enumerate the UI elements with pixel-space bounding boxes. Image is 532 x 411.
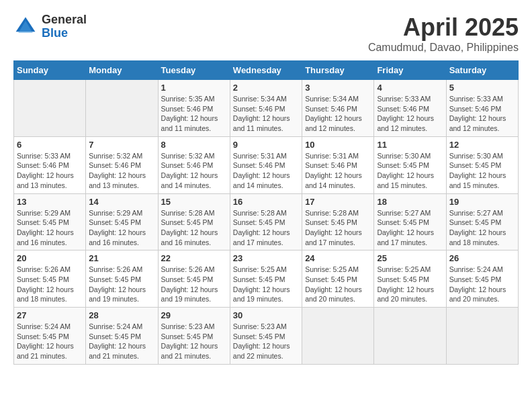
calendar-cell: 12Sunrise: 5:30 AMSunset: 5:45 PMDayligh…: [446, 136, 518, 193]
calendar-cell: 7Sunrise: 5:32 AMSunset: 5:46 PMDaylight…: [86, 136, 158, 193]
calendar-cell: [14, 80, 86, 137]
day-number: 11: [377, 140, 443, 150]
weekday-header-friday: Friday: [374, 61, 446, 80]
calendar-cell: 26Sunrise: 5:24 AMSunset: 5:45 PMDayligh…: [446, 250, 518, 308]
day-number: 24: [305, 253, 371, 263]
calendar-cell: 25Sunrise: 5:25 AMSunset: 5:45 PMDayligh…: [374, 250, 446, 308]
day-info: Sunrise: 5:33 AMSunset: 5:46 PMDaylight:…: [449, 94, 515, 134]
day-number: 9: [233, 140, 299, 150]
day-info: Sunrise: 5:25 AMSunset: 5:45 PMDaylight:…: [233, 265, 299, 304]
calendar-cell: 28Sunrise: 5:24 AMSunset: 5:45 PMDayligh…: [86, 308, 158, 365]
day-info: Sunrise: 5:34 AMSunset: 5:46 PMDaylight:…: [305, 94, 371, 134]
day-number: 4: [377, 83, 443, 93]
header: General Blue April 2025 Camudmud, Davao,…: [13, 13, 519, 54]
logo-general-text: General: [42, 13, 87, 27]
day-info: Sunrise: 5:31 AMSunset: 5:46 PMDaylight:…: [233, 151, 299, 191]
weekday-header-row: SundayMondayTuesdayWednesdayThursdayFrid…: [14, 61, 519, 80]
week-row-5: 27Sunrise: 5:24 AMSunset: 5:45 PMDayligh…: [14, 308, 519, 365]
weekday-header-wednesday: Wednesday: [230, 61, 302, 80]
calendar-cell: 21Sunrise: 5:26 AMSunset: 5:45 PMDayligh…: [86, 250, 158, 308]
calendar-cell: 30Sunrise: 5:23 AMSunset: 5:45 PMDayligh…: [230, 308, 302, 365]
calendar: SundayMondayTuesdayWednesdayThursdayFrid…: [13, 60, 519, 365]
day-number: 2: [233, 83, 299, 93]
logo-text: General Blue: [42, 13, 87, 40]
location-title: Camudmud, Davao, Philippines: [368, 42, 519, 54]
month-title: April 2025: [368, 13, 519, 42]
logo-icon: [13, 15, 38, 39]
day-info: Sunrise: 5:26 AMSunset: 5:45 PMDaylight:…: [161, 265, 227, 304]
calendar-cell: 17Sunrise: 5:28 AMSunset: 5:45 PMDayligh…: [302, 193, 374, 250]
day-number: 27: [17, 310, 83, 320]
calendar-cell: 13Sunrise: 5:29 AMSunset: 5:45 PMDayligh…: [14, 193, 86, 250]
logo-blue-text: Blue: [42, 27, 87, 40]
weekday-header-sunday: Sunday: [14, 61, 86, 80]
day-info: Sunrise: 5:30 AMSunset: 5:45 PMDaylight:…: [449, 151, 515, 191]
calendar-cell: 6Sunrise: 5:33 AMSunset: 5:46 PMDaylight…: [14, 136, 86, 193]
week-row-3: 13Sunrise: 5:29 AMSunset: 5:45 PMDayligh…: [14, 193, 519, 250]
day-info: Sunrise: 5:24 AMSunset: 5:45 PMDaylight:…: [449, 265, 515, 304]
calendar-cell: 24Sunrise: 5:25 AMSunset: 5:45 PMDayligh…: [302, 250, 374, 308]
day-info: Sunrise: 5:35 AMSunset: 5:46 PMDaylight:…: [161, 94, 227, 134]
calendar-cell: 2Sunrise: 5:34 AMSunset: 5:46 PMDaylight…: [230, 80, 302, 137]
day-info: Sunrise: 5:34 AMSunset: 5:46 PMDaylight:…: [233, 94, 299, 134]
day-info: Sunrise: 5:32 AMSunset: 5:46 PMDaylight:…: [89, 151, 154, 191]
week-row-4: 20Sunrise: 5:26 AMSunset: 5:45 PMDayligh…: [14, 250, 519, 308]
day-info: Sunrise: 5:28 AMSunset: 5:45 PMDaylight:…: [161, 208, 227, 248]
day-info: Sunrise: 5:25 AMSunset: 5:45 PMDaylight:…: [305, 265, 371, 304]
day-number: 19: [449, 197, 515, 207]
day-number: 15: [161, 197, 227, 207]
day-number: 13: [17, 197, 83, 207]
day-info: Sunrise: 5:30 AMSunset: 5:45 PMDaylight:…: [377, 151, 443, 191]
logo: General Blue: [13, 13, 87, 40]
weekday-header-saturday: Saturday: [446, 61, 518, 80]
day-number: 6: [17, 140, 83, 150]
weekday-header-tuesday: Tuesday: [158, 61, 230, 80]
day-number: 22: [161, 253, 227, 263]
day-info: Sunrise: 5:29 AMSunset: 5:45 PMDaylight:…: [89, 208, 154, 248]
day-number: 12: [449, 140, 515, 150]
calendar-cell: 5Sunrise: 5:33 AMSunset: 5:46 PMDaylight…: [446, 80, 518, 137]
day-number: 14: [89, 197, 154, 207]
calendar-cell: 23Sunrise: 5:25 AMSunset: 5:45 PMDayligh…: [230, 250, 302, 308]
calendar-cell: 9Sunrise: 5:31 AMSunset: 5:46 PMDaylight…: [230, 136, 302, 193]
calendar-cell: 1Sunrise: 5:35 AMSunset: 5:46 PMDaylight…: [158, 80, 230, 137]
calendar-cell: 20Sunrise: 5:26 AMSunset: 5:45 PMDayligh…: [14, 250, 86, 308]
week-row-2: 6Sunrise: 5:33 AMSunset: 5:46 PMDaylight…: [14, 136, 519, 193]
day-info: Sunrise: 5:24 AMSunset: 5:45 PMDaylight:…: [17, 322, 83, 361]
day-info: Sunrise: 5:23 AMSunset: 5:45 PMDaylight:…: [233, 322, 299, 361]
calendar-cell: 4Sunrise: 5:33 AMSunset: 5:46 PMDaylight…: [374, 80, 446, 137]
day-info: Sunrise: 5:27 AMSunset: 5:45 PMDaylight:…: [377, 208, 443, 248]
day-info: Sunrise: 5:23 AMSunset: 5:45 PMDaylight:…: [161, 322, 227, 361]
calendar-cell: 27Sunrise: 5:24 AMSunset: 5:45 PMDayligh…: [14, 308, 86, 365]
calendar-cell: 3Sunrise: 5:34 AMSunset: 5:46 PMDaylight…: [302, 80, 374, 137]
day-number: 28: [89, 310, 154, 320]
day-info: Sunrise: 5:33 AMSunset: 5:46 PMDaylight:…: [17, 151, 83, 191]
calendar-cell: 16Sunrise: 5:28 AMSunset: 5:45 PMDayligh…: [230, 193, 302, 250]
day-number: 3: [305, 83, 371, 93]
day-number: 26: [449, 253, 515, 263]
day-info: Sunrise: 5:28 AMSunset: 5:45 PMDaylight:…: [305, 208, 371, 248]
calendar-cell: [446, 308, 518, 365]
day-info: Sunrise: 5:24 AMSunset: 5:45 PMDaylight:…: [89, 322, 154, 361]
calendar-cell: [302, 308, 374, 365]
day-info: Sunrise: 5:27 AMSunset: 5:45 PMDaylight:…: [449, 208, 515, 248]
day-number: 25: [377, 253, 443, 263]
day-info: Sunrise: 5:31 AMSunset: 5:46 PMDaylight:…: [305, 151, 371, 191]
calendar-cell: 14Sunrise: 5:29 AMSunset: 5:45 PMDayligh…: [86, 193, 158, 250]
day-number: 20: [17, 253, 83, 263]
day-number: 16: [233, 197, 299, 207]
calendar-cell: 10Sunrise: 5:31 AMSunset: 5:46 PMDayligh…: [302, 136, 374, 193]
calendar-cell: 15Sunrise: 5:28 AMSunset: 5:45 PMDayligh…: [158, 193, 230, 250]
calendar-cell: [374, 308, 446, 365]
title-area: April 2025 Camudmud, Davao, Philippines: [368, 13, 519, 54]
day-info: Sunrise: 5:26 AMSunset: 5:45 PMDaylight:…: [89, 265, 154, 304]
day-number: 7: [89, 140, 154, 150]
day-info: Sunrise: 5:33 AMSunset: 5:46 PMDaylight:…: [377, 94, 443, 134]
day-number: 5: [449, 83, 515, 93]
calendar-cell: [86, 80, 158, 137]
calendar-cell: 18Sunrise: 5:27 AMSunset: 5:45 PMDayligh…: [374, 193, 446, 250]
day-number: 18: [377, 197, 443, 207]
calendar-cell: 22Sunrise: 5:26 AMSunset: 5:45 PMDayligh…: [158, 250, 230, 308]
day-number: 17: [305, 197, 371, 207]
day-number: 21: [89, 253, 154, 263]
